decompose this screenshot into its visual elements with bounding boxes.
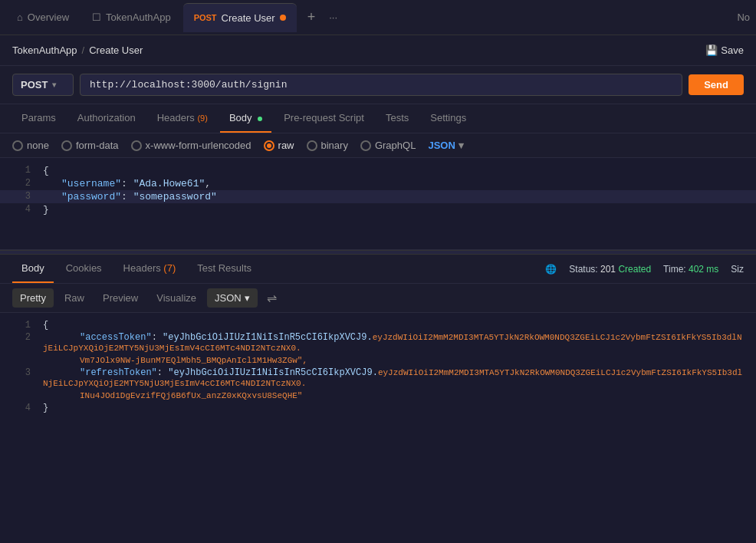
tab-no-label: No: [737, 12, 750, 23]
tab-body[interactable]: Body: [220, 104, 271, 133]
resp-line-4: 4 }: [0, 402, 756, 414]
send-button[interactable]: Send: [689, 74, 744, 95]
chevron-down-icon: ▾: [245, 292, 250, 304]
tab-authorization[interactable]: Authorization: [68, 104, 145, 133]
body-type-raw[interactable]: raw: [264, 140, 294, 151]
tab-tokenauth[interactable]: ☐ TokenAuthApp: [81, 3, 182, 32]
resp-line-3-cont: INu4JOd1DgEvzifFQj6B6fUx_anzZ0xKQxvsU8Se…: [0, 390, 756, 402]
method-label: POST: [21, 79, 48, 90]
body-type-binary[interactable]: binary: [307, 140, 348, 151]
body-type-formdata[interactable]: form-data: [61, 140, 119, 151]
save-button[interactable]: 💾 Save: [705, 44, 744, 56]
tab-settings[interactable]: Settings: [421, 104, 475, 133]
radio-formdata: [61, 140, 72, 151]
fmt-tab-raw[interactable]: Raw: [57, 288, 92, 308]
response-body: 1 { 2 "accessToken": "eyJhbGciOiJIUzI1Ni…: [0, 313, 756, 420]
request-tabs: Params Authorization Headers (9) Body Pr…: [0, 104, 756, 133]
tab-add-button[interactable]: +: [301, 6, 322, 28]
resp-tab-cookies[interactable]: Cookies: [57, 255, 111, 283]
json-format-label: JSON: [428, 140, 455, 151]
body-type-urlencoded[interactable]: x-www-form-urlencoded: [131, 140, 251, 151]
code-line-3: 3 "password": "somepassword": [0, 190, 756, 203]
resp-line-2: 2 "accessToken": "eyJhbGciOiJIUzI1NiIsIn…: [0, 331, 756, 354]
tab-tests[interactable]: Tests: [376, 104, 418, 133]
url-input[interactable]: [80, 74, 682, 96]
body-type-none[interactable]: none: [12, 140, 49, 151]
radio-urlencoded: [131, 140, 142, 151]
radio-raw: [264, 140, 274, 151]
file-icon: ☐: [92, 12, 101, 23]
response-format-bar: Pretty Raw Preview Visualize JSON ▾ ⇌: [0, 284, 756, 313]
tab-headers[interactable]: Headers (9): [148, 104, 217, 133]
body-type-selector: none form-data x-www-form-urlencoded raw…: [0, 133, 756, 158]
radio-binary: [307, 140, 317, 151]
resp-tab-headers[interactable]: Headers (7): [114, 255, 186, 283]
status-badge: Status: 201 Created: [569, 264, 651, 275]
tab-more-button[interactable]: ···: [323, 8, 343, 26]
code-line-4: 4 }: [0, 203, 756, 216]
fmt-tab-preview[interactable]: Preview: [95, 288, 146, 308]
tab-tokenauth-label: TokenAuthApp: [106, 12, 171, 23]
save-icon: 💾: [705, 44, 718, 56]
json-format-select[interactable]: JSON ▾: [428, 140, 463, 151]
radio-none: [12, 140, 23, 151]
fmt-tab-visualize[interactable]: Visualize: [149, 288, 204, 308]
response-tabs-bar: Body Cookies Headers (7) Test Results 🌐 …: [0, 255, 756, 284]
body-type-graphql[interactable]: GraphQL: [360, 140, 416, 151]
code-line-1: 1 {: [0, 164, 756, 177]
chevron-down-icon: ▾: [459, 140, 464, 151]
tab-params[interactable]: Params: [12, 104, 65, 133]
request-body-editor[interactable]: 1 { 2 "username": "Ada.Howe61", 3 "passw…: [0, 158, 756, 250]
tab-create-user-label: Create User: [222, 12, 275, 24]
tab-method-label: POST: [194, 13, 217, 22]
tab-overview-label: Overview: [28, 12, 69, 23]
resp-line-2-cont: Vm7JOlx9NW-jBunM7EQlMbh5_BMQpAnIcl1M1Hw3…: [0, 354, 756, 367]
save-label: Save: [721, 44, 744, 56]
tab-create-user[interactable]: POST Create User: [183, 3, 297, 32]
home-icon: ⌂: [17, 12, 23, 23]
fmt-tab-pretty[interactable]: Pretty: [12, 288, 54, 308]
tab-active-dot: [280, 15, 286, 21]
code-line-2: 2 "username": "Ada.Howe61",: [0, 177, 756, 190]
resp-tab-body[interactable]: Body: [12, 255, 54, 283]
response-status: 🌐 Status: 201 Created Time: 402 ms Siz: [545, 264, 744, 275]
response-size-label: Siz: [731, 264, 744, 275]
breadcrumb-app[interactable]: TokenAuthApp: [12, 44, 77, 56]
response-time: Time: 402 ms: [663, 264, 718, 275]
tab-prerequest[interactable]: Pre-request Script: [274, 104, 373, 133]
chevron-down-icon: ▾: [52, 81, 56, 89]
globe-icon: 🌐: [545, 264, 557, 275]
breadcrumb: TokenAuthApp / Create User: [12, 44, 143, 56]
tab-overview[interactable]: ⌂ Overview: [6, 3, 80, 32]
breadcrumb-bar: TokenAuthApp / Create User 💾 Save: [0, 35, 756, 66]
url-bar: POST ▾ Send: [0, 66, 756, 104]
radio-graphql: [360, 140, 371, 151]
json-fmt-label: JSON: [215, 292, 242, 304]
tab-bar: ⌂ Overview ☐ TokenAuthApp POST Create Us…: [0, 0, 756, 35]
breadcrumb-current: Create User: [89, 44, 143, 56]
breadcrumb-separator: /: [82, 44, 85, 56]
resp-line-1: 1 {: [0, 319, 756, 331]
json-format-button[interactable]: JSON ▾: [207, 288, 258, 308]
method-select[interactable]: POST ▾: [12, 74, 74, 96]
resp-line-3: 3 "refreshToken": "eyJhbGciOiJIUzI1NiIsI…: [0, 367, 756, 390]
word-wrap-icon[interactable]: ⇌: [267, 291, 277, 305]
resp-tab-test-results[interactable]: Test Results: [188, 255, 261, 283]
